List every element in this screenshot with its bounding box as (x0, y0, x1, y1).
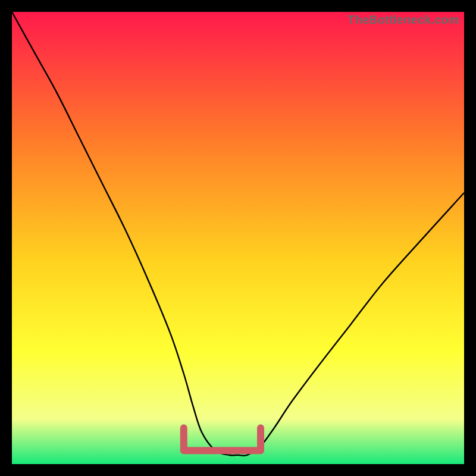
gradient-background (12, 12, 464, 464)
watermark-text: TheBottleneck.com (347, 13, 459, 27)
plot-area: TheBottleneck.com (12, 12, 464, 464)
chart-svg (12, 12, 464, 464)
chart-frame: TheBottleneck.com (0, 0, 476, 476)
